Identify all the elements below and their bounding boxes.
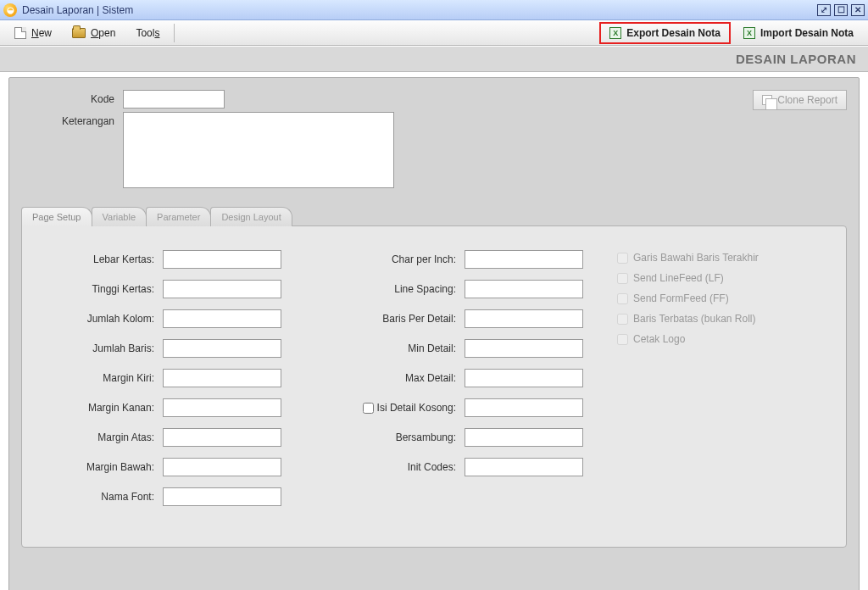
export-desain-nota-button[interactable]: X Export Desain Nota (599, 22, 731, 44)
margin-bawah-label: Margin Bawah: (39, 461, 158, 473)
window-title: Desain Laporan | Sistem (22, 4, 817, 16)
char-per-inch-input[interactable] (465, 250, 583, 269)
open-button[interactable]: Open (63, 24, 125, 42)
char-per-inch-label: Char per Inch: (324, 253, 459, 265)
main-panel: Kode Keterangan Clone Report Page Setup … (8, 77, 860, 590)
baris-per-detail-input[interactable] (465, 309, 583, 328)
init-codes-input[interactable] (465, 458, 583, 476)
bersambung-input[interactable] (465, 428, 583, 447)
excel-icon: X (743, 27, 755, 39)
margin-kiri-input[interactable] (163, 369, 281, 387)
min-detail-label: Min Detail: (324, 342, 459, 354)
tabstrip: Page Setup Variable Parameter Design Lay… (21, 207, 847, 226)
nama-font-input[interactable] (163, 487, 281, 506)
jumlah-baris-label: Jumlah Baris: (39, 342, 158, 354)
header-form: Kode Keterangan Clone Report (21, 90, 847, 190)
send-ff-check: Send FormFeed (FF) (617, 292, 759, 304)
new-button[interactable]: New (5, 24, 61, 42)
margin-bawah-input[interactable] (163, 458, 281, 476)
garis-bawahi-check: Garis Bawahi Baris Terakhir (617, 252, 759, 264)
margin-atas-input[interactable] (163, 428, 281, 447)
detach-button[interactable]: ⤢ (817, 4, 831, 16)
page-setup-left-column: Lebar Kertas: Tinggi Kertas: Jumlah Kolo… (39, 250, 281, 533)
margin-kanan-label: Margin Kanan: (39, 402, 158, 414)
jumlah-baris-input[interactable] (163, 339, 281, 358)
kode-label: Kode (21, 90, 114, 112)
toolbar-separator (174, 24, 175, 42)
baris-per-detail-label: Baris Per Detail: (324, 313, 459, 325)
min-detail-input[interactable] (465, 339, 583, 358)
line-spacing-input[interactable] (465, 280, 583, 298)
clone-icon (762, 95, 772, 105)
excel-icon: X (609, 27, 621, 39)
tinggi-kertas-input[interactable] (163, 280, 281, 298)
import-desain-nota-button[interactable]: X Import Desain Nota (734, 24, 863, 42)
tinggi-kertas-label: Tinggi Kertas: (39, 283, 158, 295)
max-detail-input[interactable] (465, 369, 583, 387)
clone-report-button: Clone Report (753, 90, 847, 110)
toolbar: New Open Tools X Export Desain Nota X Im… (0, 20, 868, 46)
tools-button[interactable]: Tools (126, 24, 169, 42)
tab-page-setup[interactable]: Page Setup (21, 207, 92, 226)
maximize-button[interactable]: ☐ (834, 4, 848, 16)
cetak-logo-checkbox (617, 334, 628, 345)
app-icon: ◒ (3, 3, 17, 17)
margin-kanan-input[interactable] (163, 398, 281, 417)
tab-body-page-setup: Lebar Kertas: Tinggi Kertas: Jumlah Kolo… (21, 225, 847, 548)
close-button[interactable]: ✕ (851, 4, 865, 16)
nama-font-label: Nama Font: (39, 491, 158, 503)
isi-detail-kosong-checkbox[interactable] (363, 403, 374, 414)
jumlah-kolom-label: Jumlah Kolom: (39, 313, 158, 325)
tab-variable[interactable]: Variable (92, 207, 147, 226)
lebar-kertas-label: Lebar Kertas: (39, 253, 158, 265)
lebar-kertas-input[interactable] (163, 250, 281, 269)
margin-kiri-label: Margin Kiri: (39, 372, 158, 384)
send-ff-checkbox (617, 293, 628, 304)
line-spacing-label: Line Spacing: (324, 283, 459, 295)
max-detail-label: Max Detail: (324, 372, 459, 384)
window-controls: ⤢ ☐ ✕ (817, 4, 865, 16)
tab-design-layout[interactable]: Design Layout (210, 207, 292, 226)
bersambung-label: Bersambung: (324, 431, 459, 443)
keterangan-label: Keterangan (21, 112, 114, 188)
jumlah-kolom-input[interactable] (163, 309, 281, 328)
baris-terbatas-checkbox (617, 314, 628, 325)
init-codes-label: Init Codes: (324, 461, 459, 473)
isi-detail-kosong-input[interactable] (465, 398, 583, 417)
garis-bawahi-checkbox (617, 253, 628, 264)
page-title: DESAIN LAPORAN (0, 46, 868, 72)
new-file-icon (14, 27, 26, 39)
keterangan-textarea[interactable] (123, 112, 394, 188)
isi-detail-kosong-label: Isi Detail Kosong: (377, 402, 459, 414)
send-lf-check: Send LineFeed (LF) (617, 272, 759, 284)
tab-parameter[interactable]: Parameter (146, 207, 211, 226)
folder-open-icon (72, 28, 86, 38)
page-setup-right-column: Char per Inch: Line Spacing: Baris Per D… (324, 250, 583, 533)
page-setup-checks: Garis Bawahi Baris Terakhir Send LineFee… (617, 250, 759, 533)
margin-atas-label: Margin Atas: (39, 431, 158, 443)
send-lf-checkbox (617, 273, 628, 284)
titlebar: ◒ Desain Laporan | Sistem ⤢ ☐ ✕ (0, 0, 868, 20)
kode-input[interactable] (123, 90, 225, 109)
baris-terbatas-check: Baris Terbatas (bukan Roll) (617, 313, 759, 325)
cetak-logo-check: Cetak Logo (617, 333, 759, 345)
